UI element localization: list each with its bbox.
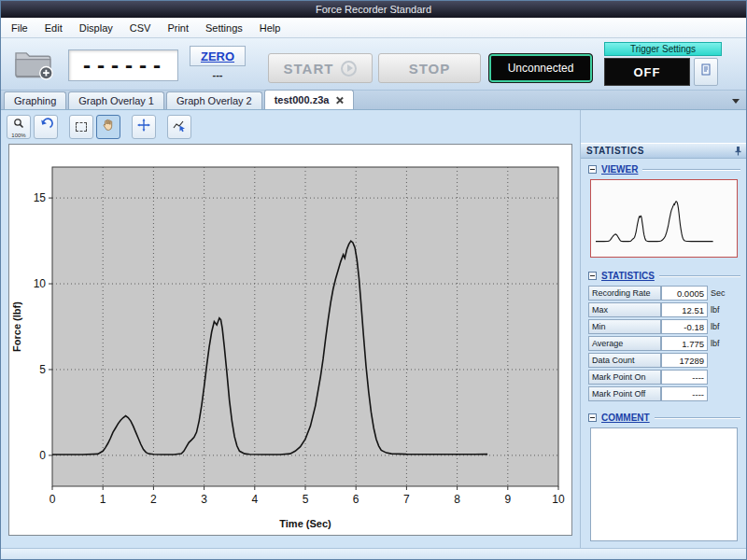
tab-graph-overlay-2[interactable]: Graph Overlay 2 (166, 91, 262, 109)
hand-icon (101, 118, 116, 136)
undo-zoom-button[interactable] (34, 115, 58, 139)
svg-text:4: 4 (251, 493, 258, 506)
stat-unit: lbf (711, 339, 731, 348)
start-arrow-icon (341, 61, 357, 77)
statistics-section-title: STATISTICS (601, 271, 655, 281)
magnifier-icon (12, 116, 25, 133)
table-row: Min -0.18 lbf (588, 319, 745, 334)
comment-section-header: COMMENT (581, 411, 747, 424)
tab-label: Graphing (14, 95, 56, 106)
svg-text:0: 0 (49, 493, 56, 506)
force-chart-panel[interactable]: 012345678910051015Time (Sec)Force (lbf) (8, 144, 572, 536)
stat-unit: Sec (711, 288, 731, 298)
statistics-panel-title: STATISTICS (586, 146, 732, 156)
stop-button[interactable]: STOP (378, 53, 481, 83)
marquee-select-button[interactable] (69, 115, 93, 139)
viewer-thumbnail[interactable] (590, 179, 738, 258)
force-time-chart[interactable]: 012345678910051015Time (Sec)Force (lbf) (9, 145, 571, 535)
comment-section-title: COMMENT (601, 413, 650, 423)
trigger-body: OFF (604, 58, 722, 86)
svg-text:9: 9 (504, 493, 511, 506)
svg-text:15: 15 (34, 191, 47, 204)
menu-help[interactable]: Help (251, 18, 289, 37)
svg-text:7: 7 (403, 493, 410, 506)
menu-file[interactable]: File (3, 18, 36, 37)
tab-graph-overlay-1[interactable]: Graph Overlay 1 (68, 91, 164, 109)
svg-text:5: 5 (39, 363, 46, 376)
svg-text:2: 2 (150, 493, 157, 506)
table-row: Mark Point On ---- (588, 370, 745, 385)
application-window: Force Recorder Standard File Edit Displa… (0, 0, 747, 560)
collapse-icon[interactable] (588, 165, 597, 174)
svg-text:10: 10 (34, 277, 47, 290)
stat-label: Recording Rate (588, 286, 661, 301)
table-row: Mark Point Off ---- (588, 386, 745, 401)
trigger-status-display: OFF (604, 58, 690, 86)
menu-settings[interactable]: Settings (197, 18, 251, 37)
graph-toolbar: 100% (7, 115, 194, 139)
selection-rectangle-icon (76, 122, 87, 132)
open-file-button[interactable] (8, 43, 59, 86)
comment-input[interactable] (590, 427, 738, 541)
stat-value: 12.51 (661, 302, 708, 317)
trigger-settings-block: Trigger Settings OFF (604, 42, 722, 86)
stat-label: Min (588, 319, 661, 334)
statistics-panel: STATISTICS VIEWER STATISTICS Re (580, 110, 747, 548)
close-icon[interactable] (335, 96, 344, 105)
section-divider (659, 275, 740, 277)
svg-text:8: 8 (454, 493, 460, 506)
titlebar: Force Recorder Standard (1, 1, 746, 18)
stat-label: Data Count (588, 353, 661, 368)
viewer-section-title: VIEWER (601, 164, 638, 175)
zero-button[interactable]: ZERO (190, 46, 246, 66)
undo-icon (38, 118, 53, 136)
data-cursor-icon (172, 118, 187, 136)
document-tabbar: Graphing Graph Overlay 1 Graph Overlay 2… (1, 91, 746, 110)
statistics-panel-header: STATISTICS (581, 143, 747, 159)
menubar: File Edit Display CSV Print Settings Hel… (1, 18, 746, 38)
main-toolbar: ------ ZERO --- START STOP Unconnected T… (1, 38, 746, 91)
chart-region: 100% (1, 110, 580, 548)
axis-move-button[interactable] (132, 115, 156, 139)
statusbar (1, 548, 746, 560)
stat-value: -0.18 (661, 319, 708, 334)
stat-value: ---- (661, 370, 708, 385)
stat-value: ---- (661, 386, 708, 401)
collapse-icon[interactable] (588, 272, 597, 280)
collapse-icon[interactable] (588, 413, 597, 422)
menu-display[interactable]: Display (71, 18, 121, 37)
zoom-level-label: 100% (11, 133, 25, 138)
pan-hand-button[interactable] (96, 115, 120, 139)
svg-text:3: 3 (201, 493, 207, 506)
svg-text:Force (lbf): Force (lbf) (11, 301, 22, 352)
tab-label: Graph Overlay 1 (78, 95, 154, 106)
menu-csv[interactable]: CSV (121, 18, 160, 37)
statistics-table: Recording Rate 0.0005 Sec Max 12.51 lbf … (588, 286, 745, 403)
stat-value: 0.0005 (661, 286, 708, 301)
tab-graphing[interactable]: Graphing (4, 91, 66, 109)
svg-text:6: 6 (353, 493, 359, 506)
connection-status-button[interactable]: Unconnected (488, 53, 593, 83)
stat-label: Mark Point On (588, 370, 661, 385)
section-divider (655, 417, 740, 419)
data-cursor-button[interactable] (167, 115, 191, 139)
table-row: Data Count 17289 (588, 353, 745, 368)
menu-edit[interactable]: Edit (36, 18, 71, 37)
viewer-mini-chart (591, 180, 737, 257)
zero-value-display: --- (190, 69, 246, 80)
menu-print[interactable]: Print (159, 18, 197, 37)
statistics-section-header: STATISTICS (581, 269, 747, 282)
tab-test000[interactable]: test000.z3a (264, 90, 355, 109)
svg-text:0: 0 (39, 449, 46, 462)
trigger-settings-button[interactable] (694, 58, 718, 86)
stat-label: Average (588, 336, 661, 351)
svg-text:5: 5 (303, 493, 309, 506)
tab-list-dropdown-icon[interactable] (732, 99, 740, 104)
start-button[interactable]: START (268, 53, 373, 83)
pin-icon[interactable] (732, 143, 742, 160)
tab-label: test000.z3a (275, 94, 330, 105)
stat-value: 1.775 (661, 336, 708, 351)
trigger-flag-icon (700, 63, 712, 80)
zoom-reset-button[interactable]: 100% (7, 115, 31, 139)
table-row: Max 12.51 lbf (588, 302, 745, 317)
